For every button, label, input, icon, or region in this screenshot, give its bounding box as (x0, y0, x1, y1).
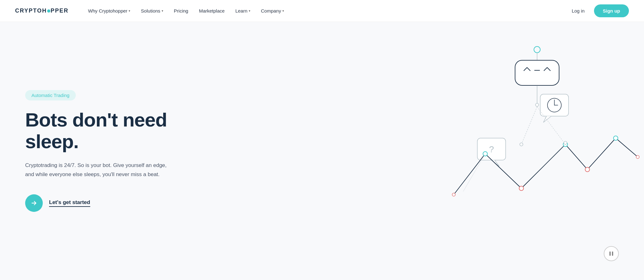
nav-item-marketplace[interactable]: Marketplace (195, 6, 229, 16)
logo-text-before: CRYPTOH (15, 8, 47, 14)
pause-icon (609, 251, 613, 256)
nav-links: Why Cryptohopper ▾ Solutions ▾ Pricing M… (84, 6, 567, 16)
svg-point-16 (520, 143, 523, 146)
svg-text:?: ? (489, 144, 494, 154)
svg-point-17 (564, 141, 567, 144)
nav-item-company[interactable]: Company ▾ (257, 6, 288, 16)
nav-item-solutions[interactable]: Solutions ▾ (136, 6, 168, 16)
chevron-down-icon: ▾ (162, 9, 163, 13)
cta-area: Let's get started (25, 194, 201, 212)
login-button[interactable]: Log in (567, 6, 589, 16)
pause-bar-right (612, 251, 613, 256)
chart-node (519, 186, 524, 191)
chevron-down-icon: ▾ (282, 9, 284, 13)
pause-button[interactable] (604, 246, 619, 261)
svg-line-19 (521, 144, 565, 188)
logo-text-after: PPER (51, 8, 69, 14)
speech-bubble-right (540, 94, 569, 122)
trading-illustration: ? (424, 38, 644, 251)
nav-marketplace-label: Marketplace (199, 8, 225, 13)
logo-dot (47, 9, 50, 13)
signup-button[interactable]: Sign up (594, 4, 629, 17)
nav-solutions-label: Solutions (141, 8, 160, 13)
logo[interactable]: CRYPTOH PPER (15, 8, 69, 14)
get-started-button[interactable] (25, 194, 43, 212)
speech-bubble-left: ? (477, 138, 506, 166)
svg-point-13 (636, 155, 639, 159)
hero-illustration: ? (258, 22, 644, 280)
navbar: CRYPTOH PPER Why Cryptohopper ▾ Solution… (0, 0, 644, 22)
svg-point-12 (452, 193, 455, 196)
nav-item-pricing[interactable]: Pricing (169, 6, 193, 16)
nav-item-learn[interactable]: Learn ▾ (231, 6, 254, 16)
svg-line-18 (463, 154, 485, 191)
nav-right: Log in Sign up (567, 4, 629, 17)
hero-section: Automatic Trading Bots don't need sleep.… (0, 22, 644, 280)
chart-node (585, 167, 590, 172)
nav-item-why[interactable]: Why Cryptohopper ▾ (84, 6, 135, 16)
nav-learn-label: Learn (235, 8, 247, 13)
pause-bar-left (609, 251, 611, 256)
nav-company-label: Company (261, 8, 281, 13)
automatic-trading-badge: Automatic Trading (25, 90, 76, 100)
nav-pricing-label: Pricing (174, 8, 188, 13)
chevron-down-icon: ▾ (249, 9, 250, 13)
svg-line-14 (521, 107, 537, 144)
hero-title: Bots don't need sleep. (25, 109, 201, 152)
hero-subtitle: Cryptotrading is 24/7. So is your bot. G… (25, 161, 176, 179)
svg-point-5 (536, 103, 539, 106)
chevron-down-icon: ▾ (129, 9, 130, 13)
arrow-right-icon (31, 200, 37, 207)
get-started-label[interactable]: Let's get started (49, 199, 90, 207)
svg-rect-2 (515, 60, 559, 85)
hero-content: Automatic Trading Bots don't need sleep.… (25, 90, 201, 212)
robot (515, 46, 559, 85)
chart-node (613, 136, 618, 140)
nav-why-label: Why Cryptohopper (88, 8, 127, 13)
svg-point-0 (534, 46, 540, 53)
